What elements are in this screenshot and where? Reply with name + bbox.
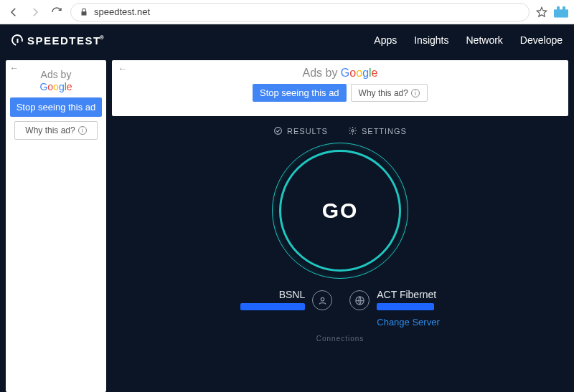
brand-text: SPEEDTEST — [27, 34, 101, 47]
gear-icon — [348, 126, 357, 135]
ads-by-label: Ads by Google — [118, 66, 563, 80]
go-label: GO — [288, 159, 392, 262]
svg-point-2 — [321, 297, 324, 300]
nav-developers[interactable]: Develope — [520, 34, 563, 46]
ad-banner: ← Ads by Google Stop seeing this ad Why … — [112, 60, 568, 116]
server-isp-name: ACT Fibernet — [377, 289, 439, 300]
connections-label: Connections — [112, 335, 568, 343]
primary-nav: Apps Insights Network Develope — [374, 34, 563, 46]
change-server-link[interactable]: Change Server — [377, 317, 439, 328]
main-panel: ← Ads by Google Stop seeing this ad Why … — [112, 60, 568, 392]
tab-settings[interactable]: SETTINGS — [348, 126, 407, 135]
nav-network[interactable]: Network — [466, 34, 502, 46]
extension-icon[interactable] — [554, 6, 568, 18]
info-icon: i — [78, 126, 87, 135]
gauge-icon — [9, 32, 25, 48]
tab-results[interactable]: RESULTS — [273, 126, 328, 135]
forward-button[interactable] — [27, 4, 43, 20]
nav-apps[interactable]: Apps — [374, 34, 397, 46]
check-icon — [273, 126, 283, 135]
go-button[interactable]: GO — [272, 143, 408, 279]
google-logo: Google — [341, 67, 378, 79]
info-icon: i — [411, 89, 420, 97]
ad-back-icon[interactable]: ← — [10, 63, 19, 73]
bookmark-star-icon[interactable] — [535, 6, 548, 19]
stop-seeing-ad-button[interactable]: Stop seeing this ad — [10, 97, 102, 117]
client-ip-redacted — [240, 303, 305, 310]
ads-by-label: Ads by Google — [9, 69, 103, 93]
why-this-ad-button[interactable]: Why this ad? i — [351, 84, 428, 102]
lock-icon — [80, 8, 88, 16]
browser-toolbar: speedtest.net — [0, 0, 574, 24]
globe-icon — [349, 290, 370, 310]
page-content: SPEEDTEST® Apps Insights Network Develop… — [0, 24, 574, 392]
site-header: SPEEDTEST® Apps Insights Network Develop… — [0, 24, 574, 56]
svg-point-0 — [275, 128, 282, 135]
url-text: speedtest.net — [94, 6, 150, 17]
connection-info: BSNL ACT Fibernet Change Server — [112, 289, 568, 328]
address-bar[interactable]: speedtest.net — [70, 3, 530, 21]
google-logo: Google — [39, 81, 72, 92]
back-button[interactable] — [6, 4, 22, 20]
ad-back-icon[interactable]: ← — [118, 63, 127, 74]
nav-insights[interactable]: Insights — [414, 34, 448, 46]
user-icon — [312, 290, 332, 310]
trademark: ® — [100, 34, 105, 41]
brand-logo[interactable]: SPEEDTEST® — [11, 34, 105, 47]
ad-sidebar: ← Ads by Google Stop seeing this ad Why … — [6, 60, 106, 392]
svg-point-1 — [352, 130, 354, 132]
client-isp-name: BSNL — [240, 289, 305, 300]
server-location-redacted — [377, 303, 434, 310]
reload-button[interactable] — [49, 4, 65, 20]
stop-seeing-ad-button[interactable]: Stop seeing this ad — [253, 84, 347, 102]
why-this-ad-button[interactable]: Why this ad? i — [14, 121, 98, 140]
sub-tabs: RESULTS SETTINGS — [112, 126, 568, 135]
